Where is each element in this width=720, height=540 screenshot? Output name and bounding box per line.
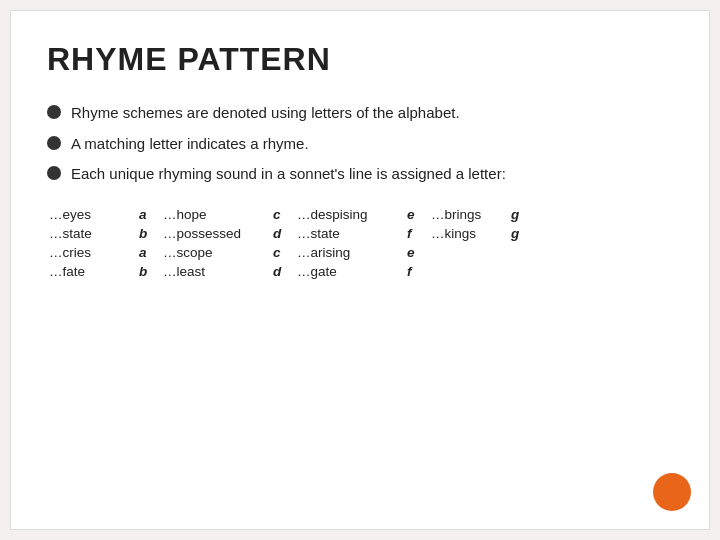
- rhyme-cell-r3-c1: b: [137, 263, 161, 280]
- rhyme-cell-r0-c2: …hope: [161, 206, 271, 223]
- rhyme-cell-r3-c2: …least: [161, 263, 271, 280]
- rhyme-table: …eyesa…hopec…despisinge…bringsg…stateb…p…: [47, 206, 673, 280]
- rhyme-cell-r2-c5: e: [405, 244, 429, 261]
- rhyme-cell-r2-c2: …scope: [161, 244, 271, 261]
- rhyme-cell-r1-c1: b: [137, 225, 161, 242]
- orange-circle-decoration: [653, 473, 691, 511]
- rhyme-cell-r3-c0: …fate: [47, 263, 137, 280]
- bullet-text-3: Each unique rhyming sound in a sonnet's …: [71, 163, 506, 186]
- rhyme-cell-r1-c5: f: [405, 225, 429, 242]
- rhyme-cell-r0-c1: a: [137, 206, 161, 223]
- rhyme-cell-r2-c6: [429, 244, 509, 261]
- rhyme-cell-r3-c7: [509, 263, 533, 280]
- bullet-item-1: Rhyme schemes are denoted using letters …: [47, 102, 673, 125]
- bullet-text-2: A matching letter indicates a rhyme.: [71, 133, 309, 156]
- rhyme-cell-r0-c5: e: [405, 206, 429, 223]
- rhyme-cell-r0-c0: …eyes: [47, 206, 137, 223]
- rhyme-cell-r3-c5: f: [405, 263, 429, 280]
- page-title: RHYME PATTERN: [47, 41, 673, 78]
- rhyme-cell-r0-c7: g: [509, 206, 533, 223]
- bullet-item-2: A matching letter indicates a rhyme.: [47, 133, 673, 156]
- bullet-text-1: Rhyme schemes are denoted using letters …: [71, 102, 460, 125]
- rhyme-cell-r3-c3: d: [271, 263, 295, 280]
- rhyme-cell-r2-c3: c: [271, 244, 295, 261]
- rhyme-cell-r1-c3: d: [271, 225, 295, 242]
- rhyme-cell-r2-c1: a: [137, 244, 161, 261]
- bullet-item-3: Each unique rhyming sound in a sonnet's …: [47, 163, 673, 186]
- rhyme-cell-r1-c6: …kings: [429, 225, 509, 242]
- rhyme-cell-r3-c4: …gate: [295, 263, 405, 280]
- rhyme-cell-r1-c2: …possessed: [161, 225, 271, 242]
- rhyme-cell-r1-c7: g: [509, 225, 533, 242]
- rhyme-cell-r2-c4: …arising: [295, 244, 405, 261]
- bullet-list: Rhyme schemes are denoted using letters …: [47, 102, 673, 186]
- rhyme-cell-r0-c6: …brings: [429, 206, 509, 223]
- rhyme-cell-r1-c4: …state: [295, 225, 405, 242]
- rhyme-cell-r3-c6: [429, 263, 509, 280]
- rhyme-cell-r0-c3: c: [271, 206, 295, 223]
- bullet-icon-3: [47, 166, 61, 180]
- rhyme-cell-r2-c7: [509, 244, 533, 261]
- rhyme-cell-r0-c4: …despising: [295, 206, 405, 223]
- bullet-icon-2: [47, 136, 61, 150]
- rhyme-cell-r2-c0: …cries: [47, 244, 137, 261]
- slide: RHYME PATTERN Rhyme schemes are denoted …: [10, 10, 710, 530]
- bullet-icon-1: [47, 105, 61, 119]
- rhyme-cell-r1-c0: …state: [47, 225, 137, 242]
